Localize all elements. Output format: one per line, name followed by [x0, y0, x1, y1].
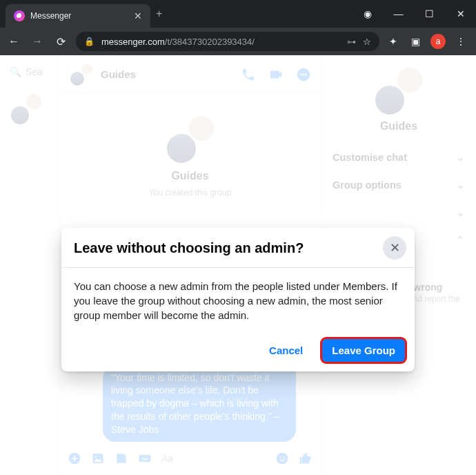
close-window-button[interactable]: ✕	[445, 3, 476, 24]
modal-actions: Cancel Leave Group	[61, 333, 415, 371]
incognito-ext-icon[interactable]: ◉	[352, 3, 383, 24]
lock-icon: 🔒	[84, 37, 95, 46]
tab-title: Messenger	[30, 11, 128, 21]
menu-icon[interactable]: ⋮	[454, 36, 468, 47]
close-modal-button[interactable]: ✕	[383, 236, 406, 260]
modal-body: You can choose a new admin from the peop…	[61, 268, 415, 333]
modal-header: Leave without choosing an admin? ✕	[61, 228, 415, 268]
key-icon[interactable]: ⊶	[347, 37, 356, 47]
cast-icon[interactable]: ▣	[408, 36, 422, 47]
maximize-button[interactable]: ☐	[414, 3, 445, 24]
browser-chrome: Messenger ✕ + ◉ — ☐ ✕ ← → ⟳ 🔒 messenger.…	[0, 0, 476, 55]
window-controls: ◉ — ☐ ✕	[352, 3, 476, 24]
profile-avatar[interactable]: a	[430, 34, 446, 49]
modal-overlay[interactable]: Leave without choosing an admin? ✕ You c…	[0, 55, 476, 475]
url: messenger.com/t/3843730202393434/	[101, 37, 340, 47]
close-tab-icon[interactable]: ✕	[134, 10, 142, 21]
toolbar: ← → ⟳ 🔒 messenger.com/t/3843730202393434…	[0, 28, 476, 55]
cancel-button[interactable]: Cancel	[262, 339, 310, 362]
leave-group-dialog: Leave without choosing an admin? ✕ You c…	[61, 228, 415, 371]
messenger-favicon	[14, 10, 25, 21]
new-tab-button[interactable]: +	[156, 8, 162, 20]
reload-button[interactable]: ⟳	[52, 35, 69, 48]
forward-button[interactable]: →	[29, 35, 46, 48]
messenger-app: 🔍 Sea Guides Guides You created this gro…	[0, 55, 476, 475]
address-bar[interactable]: 🔒 messenger.com/t/3843730202393434/ ⊶ ☆	[76, 32, 379, 51]
modal-title: Leave without choosing an admin?	[74, 240, 380, 256]
leave-group-button[interactable]: Leave Group	[322, 339, 405, 362]
back-button[interactable]: ←	[6, 35, 22, 48]
browser-tab[interactable]: Messenger ✕	[6, 4, 150, 28]
extensions-icon[interactable]: ✦	[386, 36, 400, 47]
minimize-button[interactable]: —	[383, 3, 414, 24]
close-icon: ✕	[390, 240, 400, 255]
titlebar: Messenger ✕ + ◉ — ☐ ✕	[0, 0, 476, 28]
bookmark-icon[interactable]: ☆	[363, 37, 371, 47]
toolbar-right: ✦ ▣ a ⋮	[386, 34, 470, 49]
